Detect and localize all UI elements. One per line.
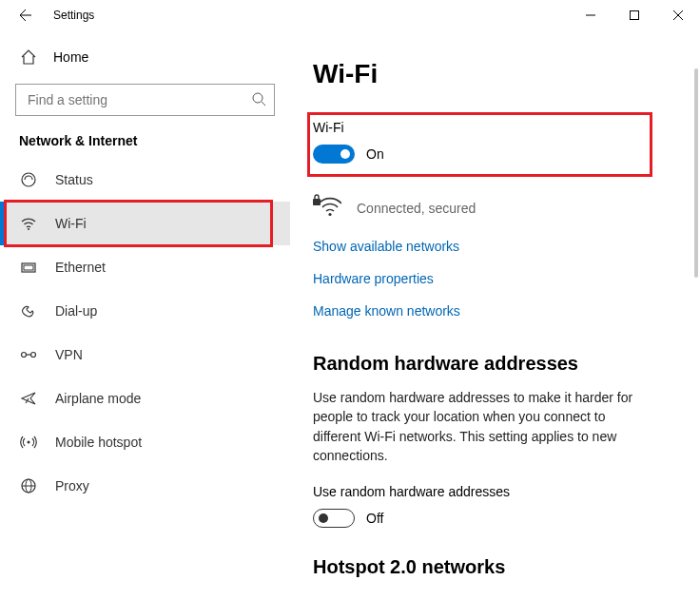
svg-rect-9	[24, 265, 33, 270]
wifi-toggle-state: On	[366, 146, 384, 162]
home-icon	[19, 48, 38, 66]
main-content: Wi-Fi Wi-Fi On	[290, 30, 700, 600]
connection-status-text: Connected, secured	[357, 201, 476, 216]
sidebar-item-vpn[interactable]: VPN	[0, 333, 290, 377]
dialup-icon	[19, 302, 38, 319]
random-hw-title: Random hardware addresses	[313, 353, 681, 375]
search-icon	[251, 91, 266, 109]
home-nav[interactable]: Home	[0, 38, 290, 76]
window-title: Settings	[53, 9, 94, 22]
sidebar-item-ethernet[interactable]: Ethernet	[0, 245, 290, 289]
close-button[interactable]	[656, 0, 700, 30]
scrollbar-thumb[interactable]	[694, 68, 698, 278]
maximize-button[interactable]	[612, 0, 656, 30]
back-button[interactable]	[11, 2, 38, 29]
sidebar-item-proxy[interactable]: Proxy	[0, 464, 290, 508]
sidebar-item-hotspot[interactable]: Mobile hotspot	[0, 420, 290, 464]
random-hw-toggle[interactable]: Off	[313, 509, 681, 528]
sidebar-item-label: Mobile hotspot	[55, 435, 142, 450]
svg-point-10	[22, 353, 27, 358]
search-input[interactable]	[26, 91, 251, 108]
titlebar: Settings	[0, 0, 700, 30]
airplane-icon	[19, 390, 38, 407]
svg-rect-1	[631, 11, 639, 20]
sidebar-item-dialup[interactable]: Dial-up	[0, 289, 290, 333]
search-box[interactable]	[15, 84, 275, 116]
random-hw-body: Use random hardware addresses to make it…	[313, 388, 636, 465]
page-title: Wi-Fi	[313, 59, 681, 89]
wifi-toggle-group: Wi-Fi On	[313, 112, 681, 177]
link-manage-known-networks[interactable]: Manage known networks	[313, 303, 681, 319]
svg-point-13	[28, 441, 30, 444]
svg-point-6	[22, 173, 35, 186]
sidebar-item-status[interactable]: Status	[0, 158, 290, 202]
wifi-connection-status: Connected, secured	[313, 194, 681, 222]
secured-wifi-icon	[313, 194, 341, 222]
hotspot2-title: Hotspot 2.0 networks	[313, 556, 681, 578]
sidebar-item-label: Proxy	[55, 478, 89, 494]
sidebar-item-label: VPN	[55, 347, 83, 362]
wifi-toggle[interactable]: On	[313, 145, 681, 164]
hotspot-icon	[19, 434, 38, 451]
sidebar-item-label: Dial-up	[55, 303, 97, 319]
sidebar-item-label: Status	[55, 172, 93, 187]
sidebar-section-label: Network & Internet	[0, 116, 290, 158]
sidebar: Home Network & Internet Status	[0, 30, 290, 600]
svg-point-4	[253, 93, 262, 103]
svg-line-5	[262, 102, 265, 106]
proxy-icon	[19, 477, 38, 494]
vpn-icon	[19, 348, 38, 361]
random-hw-sub-label: Use random hardware addresses	[313, 484, 681, 499]
sidebar-item-airplane[interactable]: Airplane mode	[0, 377, 290, 420]
annotation-highlight	[4, 200, 273, 247]
sidebar-item-label: Wi-Fi	[55, 216, 87, 231]
scrollbar[interactable]	[694, 68, 698, 594]
status-icon	[19, 171, 38, 188]
random-hw-toggle-state: Off	[366, 511, 383, 526]
svg-point-7	[28, 228, 29, 230]
minimize-button[interactable]	[569, 0, 612, 30]
link-hardware-properties[interactable]: Hardware properties	[313, 271, 681, 286]
svg-point-17	[328, 213, 331, 216]
svg-rect-18	[313, 199, 321, 205]
svg-point-11	[31, 353, 36, 358]
sidebar-item-label: Airplane mode	[55, 391, 141, 406]
sidebar-nav: Status Wi-Fi Ethernet	[0, 158, 290, 508]
wifi-icon	[19, 215, 38, 232]
sidebar-item-label: Ethernet	[55, 260, 106, 275]
sidebar-item-wifi[interactable]: Wi-Fi	[0, 202, 290, 245]
ethernet-icon	[19, 259, 38, 276]
link-show-networks[interactable]: Show available networks	[313, 239, 681, 254]
home-label: Home	[53, 49, 88, 65]
wifi-toggle-label: Wi-Fi	[313, 120, 681, 135]
